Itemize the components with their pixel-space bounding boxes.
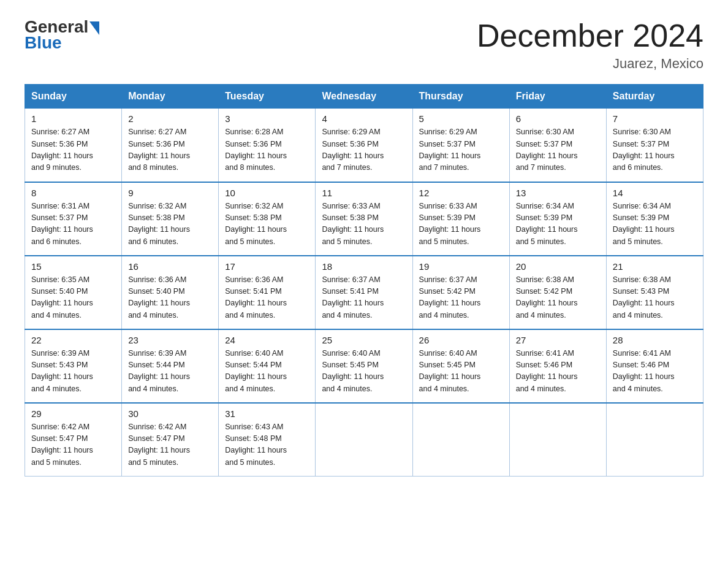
location: Juarez, Mexico <box>477 56 703 72</box>
day-info: Sunrise: 6:31 AMSunset: 5:37 PMDaylight:… <box>31 201 115 248</box>
day-info: Sunrise: 6:41 AMSunset: 5:46 PMDaylight:… <box>613 348 697 396</box>
day-info: Sunrise: 6:38 AMSunset: 5:43 PMDaylight:… <box>613 274 697 322</box>
day-number: 25 <box>322 335 406 345</box>
calendar-cell: 3Sunrise: 6:28 AMSunset: 5:36 PMDaylight… <box>219 109 316 182</box>
day-number: 18 <box>322 261 406 272</box>
col-friday: Friday <box>509 85 606 109</box>
calendar-cell: 20Sunrise: 6:38 AMSunset: 5:42 PMDayligh… <box>509 256 606 329</box>
day-number: 12 <box>419 188 503 198</box>
day-number: 26 <box>419 335 503 345</box>
col-saturday: Saturday <box>606 85 703 109</box>
calendar-cell: 5Sunrise: 6:29 AMSunset: 5:37 PMDaylight… <box>412 109 509 182</box>
day-number: 30 <box>128 408 212 419</box>
calendar-cell: 26Sunrise: 6:40 AMSunset: 5:45 PMDayligh… <box>412 329 509 403</box>
day-number: 10 <box>225 188 309 198</box>
day-number: 17 <box>225 261 309 272</box>
day-number: 4 <box>322 113 406 124</box>
calendar-week-4: 22Sunrise: 6:39 AMSunset: 5:43 PMDayligh… <box>25 329 703 403</box>
col-sunday: Sunday <box>25 85 122 109</box>
day-info: Sunrise: 6:35 AMSunset: 5:40 PMDaylight:… <box>31 274 115 322</box>
calendar-cell: 12Sunrise: 6:33 AMSunset: 5:39 PMDayligh… <box>412 182 509 256</box>
col-tuesday: Tuesday <box>219 85 316 109</box>
calendar-cell: 22Sunrise: 6:39 AMSunset: 5:43 PMDayligh… <box>25 329 122 403</box>
calendar-cell: 24Sunrise: 6:40 AMSunset: 5:44 PMDayligh… <box>219 329 316 403</box>
col-thursday: Thursday <box>412 85 509 109</box>
calendar-cell: 18Sunrise: 6:37 AMSunset: 5:41 PMDayligh… <box>316 256 412 329</box>
calendar-cell <box>412 403 509 477</box>
calendar-cell: 14Sunrise: 6:34 AMSunset: 5:39 PMDayligh… <box>606 182 703 256</box>
calendar-cell: 31Sunrise: 6:43 AMSunset: 5:48 PMDayligh… <box>219 403 316 477</box>
logo: General Blue <box>25 18 99 52</box>
day-info: Sunrise: 6:40 AMSunset: 5:45 PMDaylight:… <box>419 348 503 396</box>
calendar-cell <box>509 403 606 477</box>
day-info: Sunrise: 6:39 AMSunset: 5:43 PMDaylight:… <box>31 348 115 396</box>
logo-triangle-icon <box>89 21 99 35</box>
calendar-cell: 1Sunrise: 6:27 AMSunset: 5:36 PMDaylight… <box>25 109 122 182</box>
day-info: Sunrise: 6:32 AMSunset: 5:38 PMDaylight:… <box>128 201 212 248</box>
day-number: 29 <box>31 408 115 419</box>
day-number: 31 <box>225 408 309 419</box>
day-number: 24 <box>225 335 309 345</box>
day-info: Sunrise: 6:40 AMSunset: 5:44 PMDaylight:… <box>225 348 309 396</box>
day-info: Sunrise: 6:30 AMSunset: 5:37 PMDaylight:… <box>516 126 600 174</box>
calendar-cell <box>316 403 412 477</box>
day-info: Sunrise: 6:42 AMSunset: 5:47 PMDaylight:… <box>31 421 115 469</box>
day-info: Sunrise: 6:37 AMSunset: 5:41 PMDaylight:… <box>322 274 406 322</box>
calendar-cell: 11Sunrise: 6:33 AMSunset: 5:38 PMDayligh… <box>316 182 412 256</box>
col-monday: Monday <box>122 85 219 109</box>
calendar-cell: 9Sunrise: 6:32 AMSunset: 5:38 PMDaylight… <box>122 182 219 256</box>
day-number: 28 <box>613 335 697 345</box>
day-info: Sunrise: 6:33 AMSunset: 5:38 PMDaylight:… <box>322 201 406 248</box>
calendar-cell: 30Sunrise: 6:42 AMSunset: 5:47 PMDayligh… <box>122 403 219 477</box>
calendar-cell: 29Sunrise: 6:42 AMSunset: 5:47 PMDayligh… <box>25 403 122 477</box>
calendar-cell: 17Sunrise: 6:36 AMSunset: 5:41 PMDayligh… <box>219 256 316 329</box>
day-number: 5 <box>419 113 503 124</box>
calendar-cell: 27Sunrise: 6:41 AMSunset: 5:46 PMDayligh… <box>509 329 606 403</box>
calendar-cell: 19Sunrise: 6:37 AMSunset: 5:42 PMDayligh… <box>412 256 509 329</box>
day-number: 20 <box>516 261 600 272</box>
day-info: Sunrise: 6:34 AMSunset: 5:39 PMDaylight:… <box>516 201 600 248</box>
day-info: Sunrise: 6:37 AMSunset: 5:42 PMDaylight:… <box>419 274 503 322</box>
col-wednesday: Wednesday <box>316 85 412 109</box>
calendar-week-3: 15Sunrise: 6:35 AMSunset: 5:40 PMDayligh… <box>25 256 703 329</box>
day-number: 6 <box>516 113 600 124</box>
calendar-body: 1Sunrise: 6:27 AMSunset: 5:36 PMDaylight… <box>25 109 703 477</box>
day-number: 14 <box>613 188 697 198</box>
day-number: 1 <box>31 113 115 124</box>
calendar-cell: 4Sunrise: 6:29 AMSunset: 5:36 PMDaylight… <box>316 109 412 182</box>
calendar-cell: 21Sunrise: 6:38 AMSunset: 5:43 PMDayligh… <box>606 256 703 329</box>
day-info: Sunrise: 6:42 AMSunset: 5:47 PMDaylight:… <box>128 421 212 469</box>
day-number: 23 <box>128 335 212 345</box>
day-info: Sunrise: 6:28 AMSunset: 5:36 PMDaylight:… <box>225 126 309 174</box>
calendar-cell: 13Sunrise: 6:34 AMSunset: 5:39 PMDayligh… <box>509 182 606 256</box>
calendar-cell: 6Sunrise: 6:30 AMSunset: 5:37 PMDaylight… <box>509 109 606 182</box>
day-info: Sunrise: 6:40 AMSunset: 5:45 PMDaylight:… <box>322 348 406 396</box>
day-number: 7 <box>613 113 697 124</box>
calendar-header: Sunday Monday Tuesday Wednesday Thursday… <box>25 85 703 109</box>
day-number: 2 <box>128 113 212 124</box>
calendar-cell: 15Sunrise: 6:35 AMSunset: 5:40 PMDayligh… <box>25 256 122 329</box>
calendar-cell: 25Sunrise: 6:40 AMSunset: 5:45 PMDayligh… <box>316 329 412 403</box>
header-row: Sunday Monday Tuesday Wednesday Thursday… <box>25 85 703 109</box>
day-number: 15 <box>31 261 115 272</box>
title-section: December 2024 Juarez, Mexico <box>477 18 703 72</box>
day-info: Sunrise: 6:29 AMSunset: 5:36 PMDaylight:… <box>322 126 406 174</box>
day-info: Sunrise: 6:27 AMSunset: 5:36 PMDaylight:… <box>128 126 212 174</box>
day-number: 13 <box>516 188 600 198</box>
day-number: 3 <box>225 113 309 124</box>
calendar-cell: 2Sunrise: 6:27 AMSunset: 5:36 PMDaylight… <box>122 109 219 182</box>
day-number: 22 <box>31 335 115 345</box>
day-number: 9 <box>128 188 212 198</box>
calendar-cell: 7Sunrise: 6:30 AMSunset: 5:37 PMDaylight… <box>606 109 703 182</box>
day-info: Sunrise: 6:32 AMSunset: 5:38 PMDaylight:… <box>225 201 309 248</box>
month-title: December 2024 <box>477 18 703 53</box>
calendar-week-1: 1Sunrise: 6:27 AMSunset: 5:36 PMDaylight… <box>25 109 703 182</box>
day-info: Sunrise: 6:36 AMSunset: 5:40 PMDaylight:… <box>128 274 212 322</box>
calendar-week-2: 8Sunrise: 6:31 AMSunset: 5:37 PMDaylight… <box>25 182 703 256</box>
day-number: 21 <box>613 261 697 272</box>
day-info: Sunrise: 6:36 AMSunset: 5:41 PMDaylight:… <box>225 274 309 322</box>
day-info: Sunrise: 6:33 AMSunset: 5:39 PMDaylight:… <box>419 201 503 248</box>
calendar-cell: 28Sunrise: 6:41 AMSunset: 5:46 PMDayligh… <box>606 329 703 403</box>
calendar-week-5: 29Sunrise: 6:42 AMSunset: 5:47 PMDayligh… <box>25 403 703 477</box>
day-info: Sunrise: 6:41 AMSunset: 5:46 PMDaylight:… <box>516 348 600 396</box>
